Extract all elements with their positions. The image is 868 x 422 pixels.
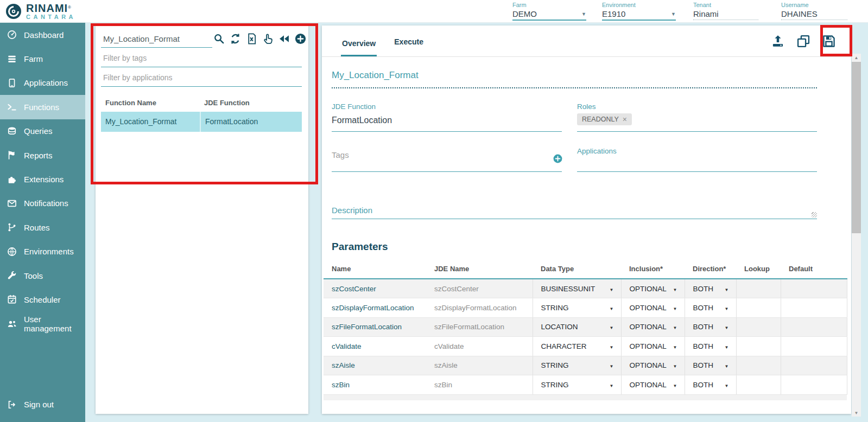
inclusion-select[interactable]: OPTIONAL bbox=[630, 285, 685, 293]
chevron-down-icon bbox=[725, 342, 729, 350]
rewind-icon[interactable] bbox=[277, 32, 291, 46]
param-jde-name: szDisplayFormatLocation bbox=[426, 298, 533, 318]
copy-icon[interactable] bbox=[795, 33, 812, 49]
tab-execute[interactable]: Execute bbox=[393, 37, 425, 56]
sidebar-item-environments[interactable]: Environments bbox=[0, 240, 85, 264]
excel-export-icon[interactable] bbox=[245, 32, 258, 46]
param-name: cValidate bbox=[324, 337, 426, 356]
chevron-down-icon bbox=[610, 304, 614, 312]
sidebar-item-dashboard[interactable]: Dashboard bbox=[0, 23, 85, 47]
col-data-type: Data Type bbox=[533, 261, 621, 279]
function-list-row-selected[interactable]: My_Location_Format FormatLocation bbox=[101, 112, 302, 132]
username-label: Username bbox=[781, 2, 847, 8]
param-default[interactable] bbox=[781, 317, 847, 337]
sidebar-item-sign-out[interactable]: Sign out bbox=[0, 393, 85, 417]
param-lookup[interactable] bbox=[736, 375, 781, 395]
sidebar-item-reports[interactable]: Reports bbox=[0, 143, 85, 167]
scroll-up-arrow-icon[interactable] bbox=[852, 54, 861, 61]
roles-label: Roles bbox=[577, 103, 817, 111]
tags-field[interactable]: Tags bbox=[332, 147, 562, 172]
direction-select[interactable]: BOTH bbox=[693, 304, 736, 312]
param-default[interactable] bbox=[781, 356, 847, 375]
data-type-select[interactable]: STRING bbox=[541, 381, 621, 389]
parameters-heading: Parameters bbox=[332, 241, 851, 253]
sidebar-item-label: Farm bbox=[24, 54, 43, 63]
jde-function-value: FormatLocation bbox=[332, 116, 562, 125]
refresh-icon[interactable] bbox=[229, 32, 242, 46]
data-type-select[interactable]: STRING bbox=[541, 361, 621, 369]
direction-select[interactable]: BOTH bbox=[693, 381, 736, 389]
function-title[interactable]: My_Location_Format bbox=[332, 70, 817, 88]
chevron-down-icon bbox=[673, 304, 677, 312]
chevron-down-icon: ▼ bbox=[581, 11, 586, 17]
chevron-down-icon bbox=[610, 381, 614, 389]
sidebar-item-extensions[interactable]: Extensions bbox=[0, 167, 85, 191]
direction-select[interactable]: BOTH bbox=[693, 285, 736, 293]
data-type-select[interactable]: CHARACTER bbox=[541, 342, 621, 350]
hand-cursor-icon[interactable] bbox=[261, 32, 275, 46]
data-type-select[interactable]: STRING bbox=[541, 304, 621, 312]
add-tag-icon[interactable] bbox=[553, 154, 563, 164]
chevron-down-icon bbox=[725, 381, 729, 389]
col-direction: Direction* bbox=[685, 261, 736, 279]
sidebar-item-label: Dashboard bbox=[24, 30, 64, 40]
param-lookup[interactable] bbox=[736, 356, 781, 375]
username-field[interactable]: Username DHAINES bbox=[781, 2, 847, 20]
add-icon[interactable] bbox=[294, 32, 307, 46]
sidebar-item-notifications[interactable]: Notifications bbox=[0, 191, 85, 215]
data-type-select[interactable]: LOCATION bbox=[541, 323, 621, 331]
sidebar-item-applications[interactable]: Applications bbox=[0, 71, 85, 95]
scroll-down-arrow-icon[interactable] bbox=[852, 409, 861, 417]
param-lookup[interactable] bbox=[736, 279, 781, 298]
direction-select[interactable]: BOTH bbox=[693, 342, 736, 350]
inclusion-select[interactable]: OPTIONAL bbox=[630, 342, 685, 350]
sidebar-item-routes[interactable]: Routes bbox=[0, 215, 85, 239]
tenant-field[interactable]: Tenant Rinami bbox=[693, 2, 758, 20]
detail-tabs: Overview Execute bbox=[322, 25, 851, 57]
sidebar-item-scheduler[interactable]: Scheduler bbox=[0, 287, 85, 311]
chevron-down-icon bbox=[725, 304, 729, 312]
save-button[interactable] bbox=[821, 33, 837, 49]
param-lookup[interactable] bbox=[736, 317, 781, 337]
farm-select[interactable]: Farm DEMO▼ bbox=[512, 2, 586, 21]
sidebar-item-queries[interactable]: Queries bbox=[0, 119, 85, 143]
tab-overview[interactable]: Overview bbox=[341, 39, 377, 56]
chip-remove-icon[interactable] bbox=[623, 116, 627, 123]
param-lookup[interactable] bbox=[736, 337, 781, 356]
param-default[interactable] bbox=[781, 298, 847, 318]
application-filter-input[interactable] bbox=[101, 69, 302, 87]
param-name: szDisplayFormatLocation bbox=[324, 298, 426, 318]
sidebar-item-user-management[interactable]: User management bbox=[0, 312, 85, 336]
param-default[interactable] bbox=[781, 375, 847, 395]
environment-select[interactable]: Environment E1910▼ bbox=[602, 2, 676, 21]
tag-filter-input[interactable] bbox=[101, 49, 302, 67]
sidebar-item-functions[interactable]: Functions bbox=[0, 95, 85, 119]
inclusion-select[interactable]: OPTIONAL bbox=[630, 381, 685, 389]
param-lookup[interactable] bbox=[736, 298, 781, 318]
direction-select[interactable]: BOTH bbox=[693, 323, 736, 331]
notifications-icon bbox=[6, 197, 18, 209]
data-type-select[interactable]: BUSINESSUNIT bbox=[541, 285, 621, 293]
dashboard-icon bbox=[6, 29, 18, 41]
param-default[interactable] bbox=[781, 279, 847, 298]
search-icon[interactable] bbox=[212, 32, 226, 46]
sidebar-item-label: Extensions bbox=[24, 175, 64, 184]
roles-field[interactable]: Roles READONLY bbox=[577, 103, 817, 132]
jde-function-field[interactable]: JDE Function FormatLocation bbox=[332, 103, 562, 132]
vertical-scrollbar[interactable] bbox=[852, 54, 861, 417]
scrollbar-thumb[interactable] bbox=[852, 62, 861, 233]
param-default[interactable] bbox=[781, 337, 847, 356]
inclusion-select[interactable]: OPTIONAL bbox=[630, 361, 685, 369]
sidebar-item-farm[interactable]: Farm bbox=[0, 47, 85, 71]
inclusion-select[interactable]: OPTIONAL bbox=[630, 323, 685, 331]
sidebar-item-tools[interactable]: Tools bbox=[0, 264, 85, 287]
resize-handle[interactable] bbox=[812, 212, 817, 218]
sidebar-item-label: Functions bbox=[24, 103, 59, 112]
function-search-input[interactable] bbox=[101, 32, 212, 48]
brand-name: RINAMI bbox=[26, 2, 68, 14]
upload-icon[interactable] bbox=[770, 33, 786, 49]
direction-select[interactable]: BOTH bbox=[693, 361, 736, 369]
inclusion-select[interactable]: OPTIONAL bbox=[630, 304, 685, 312]
applications-field[interactable]: Applications bbox=[577, 147, 817, 172]
description-field[interactable]: Description bbox=[332, 206, 817, 219]
